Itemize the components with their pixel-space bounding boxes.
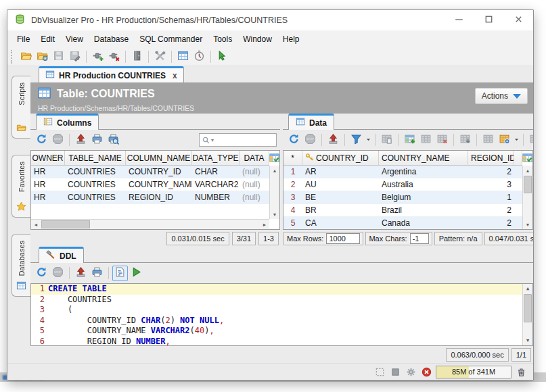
- table-settings-icon[interactable]: [522, 152, 532, 163]
- gear-icon[interactable]: [404, 365, 417, 378]
- sql-editor[interactable]: 1 CREATE TABLE 2 COUNTRIES 3 ( 4 COUNTRY…: [30, 283, 533, 346]
- run-cursor-button[interactable]: [214, 49, 230, 64]
- scroll-up-icon[interactable]: ▲: [523, 284, 532, 293]
- refresh-button[interactable]: [34, 132, 49, 148]
- table-copy-button[interactable]: [457, 132, 473, 148]
- solid-rect-icon[interactable]: [388, 365, 402, 378]
- stop-button[interactable]: STOP: [302, 132, 318, 148]
- table-row[interactable]: 3 BE Belgium 1: [283, 191, 522, 204]
- menu-file[interactable]: File: [12, 32, 35, 46]
- table-row[interactable]: 4 BR Brazil 2: [283, 204, 522, 217]
- save-edit-button[interactable]: [67, 49, 83, 64]
- trash-icon[interactable]: [514, 365, 528, 378]
- table-edit-button[interactable]: [497, 132, 512, 148]
- table-page-button[interactable]: [379, 132, 394, 148]
- print-preview-button[interactable]: [106, 132, 121, 148]
- menu-sql-commander[interactable]: SQL Commander: [134, 32, 208, 46]
- scroll-right-icon[interactable]: ►: [260, 220, 269, 229]
- column-header-data[interactable]: DATA: [240, 151, 269, 165]
- minimize-button[interactable]: [444, 10, 474, 30]
- column-header-country-id[interactable]: COUNTRY_ID: [302, 151, 379, 165]
- table-row[interactable]: HRCOUNTRIESCOUNTRY_IDCHAR(null): [31, 166, 269, 178]
- print-button[interactable]: [89, 132, 105, 148]
- menu-view[interactable]: View: [60, 32, 89, 46]
- open-folder-button[interactable]: [18, 49, 34, 64]
- table-row[interactable]: HRCOUNTRIESREGION_IDNUMBER(null): [31, 191, 269, 204]
- table-delete-button[interactable]: [434, 132, 450, 148]
- column-header-country-name[interactable]: COUNTRY_NAME: [379, 151, 468, 165]
- filter-button[interactable]: [348, 132, 364, 148]
- scroll-down-icon[interactable]: ▼: [523, 220, 532, 229]
- close-tab-icon[interactable]: x: [173, 71, 177, 80]
- table-row[interactable]: 2 AU Australia 3: [283, 178, 522, 191]
- export-button[interactable]: [73, 132, 89, 148]
- menu-help[interactable]: Help: [277, 32, 305, 46]
- table-plain-button[interactable]: [480, 132, 496, 148]
- print-button[interactable]: [89, 266, 105, 281]
- vertical-scrollbar[interactable]: ▲ ▼: [522, 284, 532, 345]
- table-row[interactable]: HRCOUNTRIESCOUNTRY_NAMEVARCHAR2(null): [31, 178, 269, 191]
- scroll-up-icon[interactable]: ▲: [523, 166, 532, 175]
- scrollbar-thumb[interactable]: [524, 294, 532, 322]
- open-folder-gear-button[interactable]: [35, 49, 50, 64]
- table-insert-button[interactable]: [402, 132, 417, 148]
- run-button[interactable]: [129, 266, 144, 281]
- scroll-down-icon[interactable]: ▼: [523, 336, 532, 345]
- tools-button[interactable]: [152, 49, 168, 64]
- vertical-scrollbar[interactable]: ▲ ▼: [269, 166, 279, 219]
- scroll-down-icon[interactable]: ▼: [270, 210, 279, 219]
- close-button[interactable]: [503, 10, 533, 30]
- column-header-column_name[interactable]: COLUMN_NAME: [126, 151, 192, 165]
- table-row[interactable]: 5 CA Canada 2: [283, 217, 522, 230]
- caret-down-button[interactable]: [365, 132, 371, 148]
- column-header-table_name[interactable]: TABLE_NAME: [65, 151, 126, 165]
- row-number-header[interactable]: *: [283, 151, 302, 165]
- refresh-button[interactable]: [286, 132, 302, 148]
- menu-tools[interactable]: Tools: [208, 32, 237, 46]
- menu-database[interactable]: Database: [89, 32, 134, 46]
- scroll-left-icon[interactable]: ◄: [31, 220, 41, 229]
- selection-rect-icon[interactable]: [373, 365, 386, 378]
- scrollbar-thumb[interactable]: [524, 176, 532, 193]
- export-button[interactable]: [325, 132, 341, 148]
- max-rows-input[interactable]: 1000: [326, 233, 360, 244]
- table-row[interactable]: 1 AR Argentina 2: [283, 166, 522, 178]
- table-plain-button[interactable]: [418, 132, 434, 148]
- horizontal-scrollbar[interactable]: ◄ ►: [31, 219, 269, 229]
- error-icon[interactable]: [419, 365, 433, 378]
- timer-button[interactable]: [191, 49, 207, 64]
- scrollbar-thumb[interactable]: [41, 220, 90, 228]
- save-button[interactable]: [51, 49, 66, 64]
- tab-columns[interactable]: Columns: [36, 114, 99, 130]
- grid-window-button[interactable]: [175, 49, 191, 64]
- stop-button[interactable]: STOP: [50, 266, 66, 281]
- menu-window[interactable]: Window: [237, 32, 277, 46]
- column-header-data_type[interactable]: DATA_TYPE: [192, 151, 240, 165]
- exit-button[interactable]: [129, 49, 145, 64]
- menu-edit[interactable]: Edit: [35, 32, 60, 46]
- export-button[interactable]: [73, 266, 89, 281]
- tab-data[interactable]: Data: [288, 114, 334, 130]
- connect-button[interactable]: [90, 49, 106, 64]
- tab-ddl[interactable]: DDL: [39, 247, 84, 263]
- column-header-region-id[interactable]: REGION_ID: [468, 151, 514, 165]
- vertical-scrollbar[interactable]: ▲ ▼: [522, 166, 532, 229]
- max-chars-input[interactable]: -1: [410, 233, 429, 244]
- maximize-button[interactable]: [474, 10, 503, 30]
- scroll-up-icon[interactable]: ▲: [270, 166, 279, 175]
- actions-button[interactable]: Actions: [475, 88, 528, 104]
- tab-hr-production-countries[interactable]: HR Production COUNTRIES x: [39, 66, 184, 82]
- format-button[interactable]: [112, 266, 128, 281]
- sidebar-tab-databases[interactable]: Databases: [12, 234, 30, 297]
- column-header-owner[interactable]: OWNER: [31, 151, 65, 165]
- stop-button[interactable]: STOP: [50, 132, 66, 148]
- caret-down-button[interactable]: [513, 132, 520, 148]
- sidebar-tab-favorites[interactable]: Favorites: [12, 155, 30, 218]
- table-settings-icon[interactable]: [269, 152, 279, 163]
- toolbar-grip[interactable]: [11, 50, 16, 64]
- sidebar-tab-scripts[interactable]: Scripts: [12, 76, 30, 139]
- search-input[interactable]: ▾: [199, 133, 277, 147]
- disconnect-button[interactable]: [106, 49, 122, 64]
- refresh-button[interactable]: [34, 266, 49, 281]
- table-check-button[interactable]: [527, 132, 533, 148]
